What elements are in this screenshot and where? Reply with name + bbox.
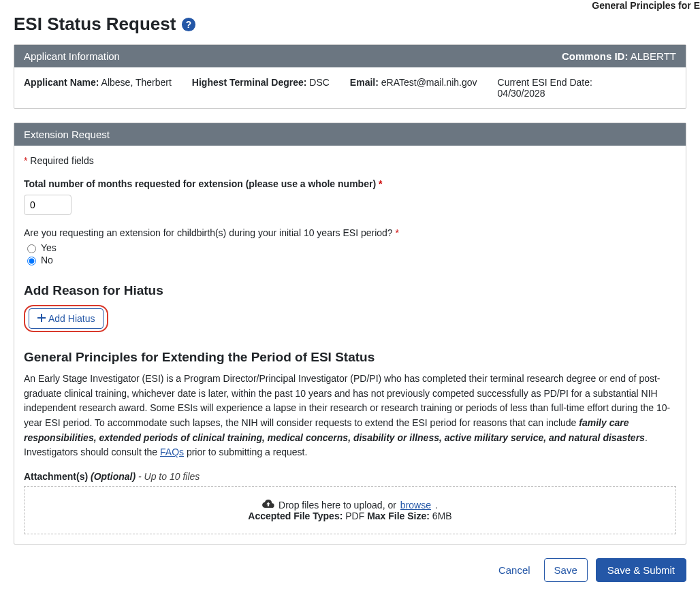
email-value: eRATest@mail.nih.gov xyxy=(381,77,477,88)
help-icon[interactable]: ? xyxy=(181,17,196,32)
accepted-types: PDF xyxy=(345,510,364,521)
extension-request-panel: Extension Request * Required fields Tota… xyxy=(14,123,686,545)
principles-text: An Early Stage Investigator (ESI) is a P… xyxy=(24,372,676,460)
months-input[interactable] xyxy=(24,195,71,215)
required-fields-note: * Required fields xyxy=(24,155,676,166)
file-dropzone[interactable]: Drop files here to upload, or browse. Ac… xyxy=(24,486,676,534)
dropzone-text: Drop files here to upload, or xyxy=(279,500,396,510)
applicant-name-value: Albese, Therbert xyxy=(101,77,172,88)
attachments-label: Attachment(s) (Optional) - Up to 10 file… xyxy=(24,471,676,482)
commons-id-label: Commons ID: xyxy=(562,50,629,62)
commons-id-value: ALBERTT xyxy=(631,50,676,62)
terminal-degree-value: DSC xyxy=(309,77,330,88)
esi-end-value: 04/30/2028 xyxy=(498,88,607,99)
extension-request-header: Extension Request xyxy=(14,123,686,146)
plus-icon xyxy=(37,313,46,324)
required-star-icon: * xyxy=(379,178,382,189)
svg-rect-3 xyxy=(37,317,46,319)
maxsize-value: 6MB xyxy=(432,510,452,521)
cancel-button[interactable]: Cancel xyxy=(493,560,536,580)
add-hiatus-button[interactable]: Add Hiatus xyxy=(29,308,104,329)
terminal-degree-label: Highest Terminal Degree: xyxy=(192,77,307,88)
faqs-link[interactable]: FAQs xyxy=(160,447,184,457)
save-button[interactable]: Save xyxy=(544,558,588,582)
applicant-info-header: Applicant Information Commons ID: ALBERT… xyxy=(14,45,686,67)
required-fields-text: Required fields xyxy=(30,155,93,166)
maxsize-label: Max File Size: xyxy=(367,510,430,521)
applicant-email: Email: eRATest@mail.nih.gov xyxy=(350,77,477,99)
childbirth-question: Are you requesting an extension for chil… xyxy=(24,227,676,238)
attachments-optional: (Optional) xyxy=(91,471,136,482)
action-bar: Cancel Save Save & Submit xyxy=(14,558,686,582)
required-star-icon: * xyxy=(396,227,399,238)
applicant-name-label: Applicant Name: xyxy=(24,77,99,88)
extension-request-header-text: Extension Request xyxy=(24,129,110,140)
childbirth-question-text: Are you requesting an extension for chil… xyxy=(24,227,393,238)
applicant-info-header-text: Applicant Information xyxy=(24,50,120,62)
cloud-upload-icon xyxy=(262,499,274,510)
truncated-header-fragment: General Principles for E xyxy=(592,0,700,11)
page-title-text: ESI Status Request xyxy=(14,14,176,35)
childbirth-no-radio[interactable] xyxy=(27,257,36,265)
dropzone-accepted: Accepted File Types: PDF Max File Size: … xyxy=(37,510,663,521)
svg-text:?: ? xyxy=(186,19,191,29)
childbirth-yes-label: Yes xyxy=(41,242,57,253)
principles-part1: An Early Stage Investigator (ESI) is a P… xyxy=(24,373,670,428)
childbirth-no-label: No xyxy=(41,255,53,265)
add-hiatus-highlight: Add Hiatus xyxy=(24,305,108,332)
months-label-text: Total number of months requested for ext… xyxy=(24,178,376,189)
save-submit-button[interactable]: Save & Submit xyxy=(596,558,686,582)
add-hiatus-label: Add Hiatus xyxy=(48,313,95,324)
esi-end-date: Current ESI End Date: 04/30/2028 xyxy=(498,77,607,99)
principles-part3: prior to submitting a request. xyxy=(184,447,307,457)
required-star-icon: * xyxy=(24,155,27,166)
attachments-label-text: Attachment(s) xyxy=(24,471,88,482)
applicant-name: Applicant Name: Albese, Therbert xyxy=(24,77,172,99)
childbirth-yes-radio[interactable] xyxy=(27,244,36,253)
hiatus-header: Add Reason for Hiatus xyxy=(24,283,676,298)
browse-link[interactable]: browse xyxy=(400,500,431,510)
months-label: Total number of months requested for ext… xyxy=(24,178,676,189)
page-title: ESI Status Request ? xyxy=(14,14,686,35)
email-label: Email: xyxy=(350,77,379,88)
terminal-degree: Highest Terminal Degree: DSC xyxy=(192,77,330,99)
principles-header: General Principles for Extending the Per… xyxy=(24,350,676,365)
accepted-label: Accepted File Types: xyxy=(248,510,343,521)
esi-end-label: Current ESI End Date: xyxy=(498,77,607,88)
attachments-limit: - Up to 10 files xyxy=(138,471,200,482)
applicant-info-panel: Applicant Information Commons ID: ALBERT… xyxy=(14,44,686,109)
commons-id: Commons ID: ALBERTT xyxy=(562,50,676,62)
